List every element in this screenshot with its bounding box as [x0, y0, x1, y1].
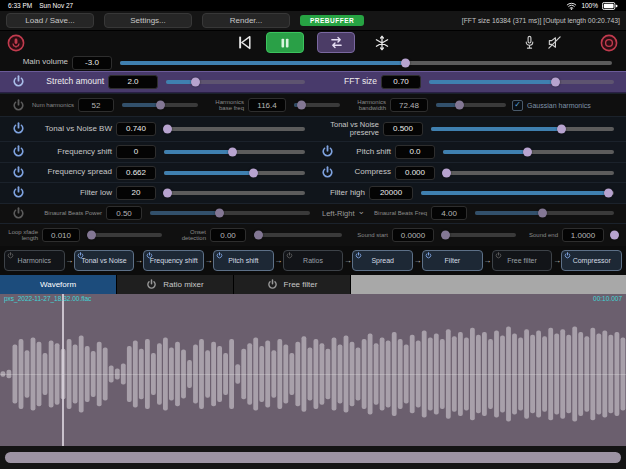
filter-low-value[interactable]: 20: [116, 186, 156, 200]
power-icon[interactable]: [267, 279, 278, 290]
num-harmonics-slider[interactable]: [122, 103, 198, 107]
filter-high-value[interactable]: 20000: [369, 186, 413, 200]
chain-module-free-filter[interactable]: Free filter: [492, 250, 553, 271]
compress-slider[interactable]: [443, 171, 614, 175]
chain-module-frequency-shift[interactable]: Frequency shift: [143, 250, 204, 271]
filter-power-icon[interactable]: [12, 186, 25, 199]
load-save-button[interactable]: Load / Save...: [6, 13, 94, 28]
sound-start-slider[interactable]: [442, 233, 516, 237]
render-button[interactable]: Render...: [202, 13, 290, 28]
chain-module-label: Tonal vs Noise: [81, 257, 127, 264]
fft-size-slider[interactable]: [429, 80, 614, 84]
pitch-shift-value[interactable]: 0.0: [395, 145, 435, 159]
harmonics-bandwidth-slider[interactable]: [436, 103, 506, 107]
tonal-bw-slider[interactable]: [164, 127, 305, 131]
binaural-mode-dropdown[interactable]: Left-Right: [318, 209, 369, 218]
power-icon[interactable]: [495, 252, 502, 259]
loaded-file-name: pxs_2022-11-27_18.32.00.flac: [4, 295, 91, 302]
waveform-centerline: [0, 374, 626, 375]
harmonics-base-freq-slider[interactable]: [294, 103, 340, 107]
filter-row: Filter low 20 Filter high 20000: [0, 182, 626, 202]
chain-module-pitch-shift[interactable]: Pitch shift: [213, 250, 274, 271]
onset-detection-value[interactable]: 0.00: [210, 228, 246, 242]
skip-to-start-button[interactable]: [236, 34, 253, 51]
tonal-preserve-value[interactable]: 0.500: [383, 122, 423, 136]
tab-waveform[interactable]: Waveform: [0, 275, 117, 293]
waveform-view[interactable]: pxs_2022-11-27_18.32.00.flac 00:10.007: [0, 294, 626, 446]
filter-low-slider[interactable]: [164, 191, 305, 195]
capture-input-icon[interactable]: [7, 34, 25, 52]
power-icon[interactable]: [564, 252, 571, 259]
tonal-preserve-slider[interactable]: [431, 127, 614, 131]
mic-input-button[interactable]: [522, 35, 537, 50]
power-icon[interactable]: [146, 252, 153, 259]
harmonics-bandwidth-value[interactable]: 72.48: [390, 98, 428, 112]
settings-button[interactable]: Settings...: [104, 13, 192, 28]
chain-module-filter[interactable]: Filter: [422, 250, 483, 271]
harmonics-base-freq-value[interactable]: 116.4: [248, 98, 286, 112]
tab-label: Ratio mixer: [163, 280, 203, 289]
loop-button[interactable]: [317, 32, 355, 53]
playhead-cursor[interactable]: [62, 294, 64, 446]
power-icon[interactable]: [146, 279, 157, 290]
waveform-scrollbar[interactable]: [5, 452, 621, 463]
stretch-value[interactable]: 2.0: [108, 75, 158, 89]
frequency-shift-slider[interactable]: [164, 150, 305, 154]
frequency-spread-power-icon[interactable]: [12, 166, 25, 179]
compress-value[interactable]: 0.000: [395, 166, 435, 180]
chain-arrow-icon: [204, 256, 213, 265]
gaussian-harmonics-checkbox[interactable]: [512, 100, 523, 111]
compress-power-icon[interactable]: [321, 166, 334, 179]
harmonics-power-icon[interactable]: [12, 99, 25, 112]
wifi-icon: [566, 2, 577, 10]
onset-detection-slider[interactable]: [254, 233, 342, 237]
binaural-power-icon[interactable]: [12, 207, 25, 220]
tab-ratio-mixer[interactable]: Ratio mixer: [117, 275, 234, 293]
main-volume-value[interactable]: -3.0: [72, 56, 112, 70]
power-icon[interactable]: [286, 252, 293, 259]
loop-xfade-value[interactable]: 0.010: [42, 228, 80, 242]
binaural-power-slider[interactable]: [150, 211, 310, 215]
power-icon[interactable]: [7, 252, 14, 259]
pause-button[interactable]: [266, 32, 304, 53]
filter-low-label: Filter low: [32, 189, 112, 197]
sound-start-value[interactable]: 0.0000: [392, 228, 434, 242]
speaker-muted-button[interactable]: [547, 35, 562, 50]
fft-size-label: FFT size: [313, 77, 377, 86]
chain-module-harmonics[interactable]: Harmonics: [4, 250, 65, 271]
binaural-power-value[interactable]: 0.50: [106, 206, 142, 220]
chain-module-spread[interactable]: Spread: [352, 250, 413, 271]
routing-badge-icon[interactable]: [600, 34, 618, 52]
toolbar: Load / Save... Settings... Render... PRE…: [0, 11, 626, 31]
freeze-button[interactable]: [374, 35, 390, 51]
filter-high-slider[interactable]: [421, 191, 614, 195]
tonal-bw-value[interactable]: 0.740: [116, 122, 156, 136]
sound-end-slider[interactable]: [612, 233, 614, 237]
power-icon[interactable]: [355, 252, 362, 259]
loop-icon: [328, 36, 345, 49]
binaural-freq-value[interactable]: 4.00: [431, 206, 467, 220]
pitch-shift-power-icon[interactable]: [321, 145, 334, 158]
binaural-freq-slider[interactable]: [475, 211, 614, 215]
frequency-spread-value[interactable]: 0.662: [116, 166, 156, 180]
chain-module-ratios[interactable]: Ratios: [283, 250, 344, 271]
pitch-shift-slider[interactable]: [443, 150, 614, 154]
tab-free-filter[interactable]: Free filter: [234, 275, 351, 293]
num-harmonics-value[interactable]: 52: [78, 98, 114, 112]
frequency-shift-value[interactable]: 0: [116, 145, 156, 159]
stretch-slider[interactable]: [166, 80, 305, 84]
loop-xfade-slider[interactable]: [88, 233, 162, 237]
fft-size-value[interactable]: 0.70: [381, 75, 421, 89]
power-icon[interactable]: [425, 252, 432, 259]
clock-time: 6:33 PM: [8, 2, 32, 9]
chain-module-tonal-vs-noise[interactable]: Tonal vs Noise: [74, 250, 135, 271]
power-icon[interactable]: [77, 252, 84, 259]
frequency-shift-power-icon[interactable]: [12, 145, 25, 158]
tonal-bw-power-icon[interactable]: [12, 122, 25, 135]
chain-module-compressor[interactable]: Compressor: [561, 250, 622, 271]
frequency-spread-slider[interactable]: [164, 171, 305, 175]
sound-end-value[interactable]: 1.0000: [562, 228, 604, 242]
main-volume-slider[interactable]: [120, 61, 612, 65]
power-icon[interactable]: [216, 252, 223, 259]
stretch-power-icon[interactable]: [12, 75, 25, 88]
